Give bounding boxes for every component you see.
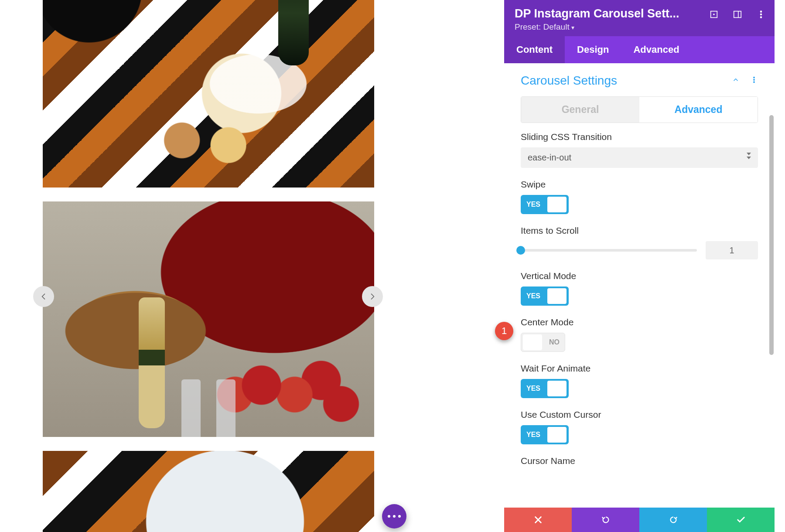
wait-for-animate-toggle[interactable]: YES <box>521 379 569 398</box>
svg-point-8 <box>754 79 754 80</box>
chevron-left-icon <box>39 292 48 301</box>
redo-button[interactable] <box>639 508 707 532</box>
toggle-state: YES <box>521 201 546 208</box>
tab-content[interactable]: Content <box>504 36 565 63</box>
collapse-icon[interactable] <box>732 76 740 85</box>
tab-advanced[interactable]: Advanced <box>621 36 691 63</box>
carousel-slide[interactable] <box>43 0 374 188</box>
carousel-slide[interactable] <box>43 451 374 532</box>
toggle-state: NO <box>544 338 565 346</box>
section-title: Carousel Settings <box>521 74 617 88</box>
undo-icon <box>601 515 611 525</box>
transition-select[interactable]: ease-in-out <box>521 147 758 168</box>
section-more-icon[interactable] <box>750 76 758 85</box>
check-icon <box>736 515 746 525</box>
field-items-to-scroll: Items to Scroll 1 <box>521 225 758 259</box>
carousel-preview <box>0 0 504 532</box>
svg-point-4 <box>761 11 762 12</box>
field-center-mode: Center Mode NO <box>521 317 758 352</box>
panel-tabs: Content Design Advanced <box>504 36 775 63</box>
toggle-state: YES <box>521 431 546 439</box>
more-icon[interactable] <box>755 9 767 20</box>
field-cursor-name: Cursor Name <box>521 456 758 466</box>
toggle-knob <box>547 197 567 212</box>
carousel-slide[interactable] <box>43 201 374 437</box>
section-header[interactable]: Carousel Settings <box>504 63 775 96</box>
svg-point-9 <box>754 82 754 82</box>
toggle-knob <box>547 288 567 304</box>
carousel-vertical[interactable] <box>43 0 374 532</box>
items-to-scroll-value[interactable]: 1 <box>706 241 758 259</box>
preset-selector[interactable]: Preset: Default <box>515 22 764 32</box>
expand-icon[interactable] <box>708 9 720 20</box>
items-to-scroll-slider[interactable] <box>521 249 697 252</box>
settings-body: Sliding CSS Transition ease-in-out Swipe… <box>504 132 775 508</box>
toggle-knob <box>547 381 567 396</box>
field-sliding-transition: Sliding CSS Transition ease-in-out <box>521 132 758 168</box>
field-label: Items to Scroll <box>521 225 758 236</box>
use-custom-cursor-toggle[interactable]: YES <box>521 425 569 444</box>
field-wait-for-animate: Wait For Animate YES <box>521 363 758 398</box>
field-label: Vertical Mode <box>521 271 758 281</box>
close-icon <box>533 515 543 525</box>
field-label: Wait For Animate <box>521 363 758 374</box>
layout-icon[interactable] <box>732 9 743 20</box>
cancel-button[interactable] <box>504 508 572 532</box>
toggle-knob <box>547 427 567 443</box>
field-label: Center Mode <box>521 317 758 327</box>
subtab-general[interactable]: General <box>521 97 639 123</box>
annotation-marker: 1 <box>495 322 513 340</box>
svg-point-5 <box>761 14 762 15</box>
subtab-advanced[interactable]: Advanced <box>639 97 758 123</box>
dot-icon <box>393 515 396 518</box>
field-vertical-mode: Vertical Mode YES <box>521 271 758 306</box>
scrollbar[interactable] <box>769 115 774 355</box>
field-label: Swipe <box>521 179 758 190</box>
toggle-state: YES <box>521 385 546 392</box>
save-button[interactable] <box>707 508 775 532</box>
slider-thumb[interactable] <box>516 246 525 255</box>
toggle-knob <box>523 334 542 350</box>
tab-design[interactable]: Design <box>565 36 621 63</box>
dot-icon <box>398 515 401 518</box>
field-swipe: Swipe YES <box>521 179 758 214</box>
module-actions-fab[interactable] <box>382 504 406 529</box>
settings-panel: DP Instagram Carousel Sett... Preset: De… <box>504 0 775 532</box>
field-label: Cursor Name <box>521 456 758 466</box>
center-mode-toggle[interactable]: NO <box>521 333 565 352</box>
undo-button[interactable] <box>572 508 639 532</box>
toggle-state: YES <box>521 292 546 300</box>
chevron-right-icon <box>368 292 377 301</box>
redo-icon <box>669 515 678 525</box>
swipe-toggle[interactable]: YES <box>521 195 569 214</box>
svg-point-1 <box>713 14 715 15</box>
svg-point-7 <box>754 77 754 78</box>
subtabs: General Advanced <box>521 96 758 123</box>
field-use-custom-cursor: Use Custom Cursor YES <box>521 409 758 444</box>
svg-point-6 <box>761 17 762 18</box>
field-label: Use Custom Cursor <box>521 409 758 420</box>
field-label: Sliding CSS Transition <box>521 132 758 142</box>
svg-rect-2 <box>734 11 741 18</box>
carousel-next-button[interactable] <box>362 286 383 307</box>
dot-icon <box>388 515 390 518</box>
panel-footer <box>504 508 775 532</box>
panel-header: DP Instagram Carousel Sett... Preset: De… <box>504 0 775 36</box>
vertical-mode-toggle[interactable]: YES <box>521 286 569 306</box>
carousel-prev-button[interactable] <box>33 286 54 307</box>
